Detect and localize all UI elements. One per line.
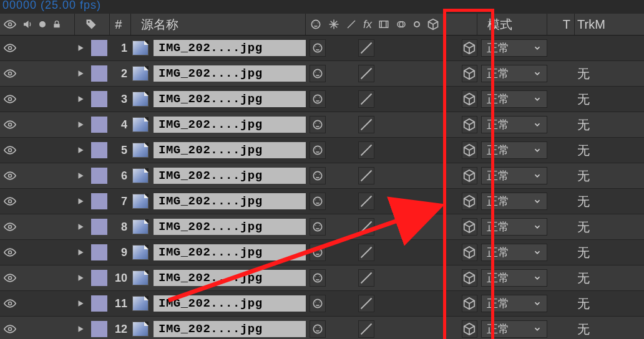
track-matte-value[interactable]: 无 — [577, 142, 590, 159]
threed-toggle[interactable] — [462, 167, 478, 184]
layer-source-name[interactable]: IMG_202....jpg — [154, 270, 306, 286]
quality-toggle[interactable] — [358, 65, 374, 82]
shy-toggle[interactable] — [310, 244, 326, 261]
layer-row[interactable]: 5 IMG_202....jpg 正常 无 — [0, 138, 644, 163]
disclosure-triangle-icon[interactable] — [76, 274, 85, 282]
track-matte-value[interactable]: 无 — [577, 193, 590, 210]
quality-toggle[interactable] — [358, 218, 374, 236]
disclosure-triangle-icon[interactable] — [76, 44, 85, 52]
label-color-swatch[interactable] — [91, 91, 107, 107]
disclosure-triangle-icon[interactable] — [76, 146, 85, 155]
label-color-swatch[interactable] — [91, 117, 107, 133]
quality-toggle[interactable] — [358, 193, 374, 210]
quality-toggle[interactable] — [358, 295, 374, 312]
track-matte-value[interactable]: 无 — [577, 168, 590, 184]
eye-icon[interactable] — [4, 195, 16, 208]
layer-source-name[interactable]: IMG_202....jpg — [154, 65, 306, 82]
shy-toggle[interactable] — [310, 141, 326, 159]
blend-mode-dropdown[interactable]: 正常 — [481, 269, 547, 287]
track-matte-value[interactable]: 无 — [577, 117, 590, 133]
eye-icon[interactable] — [4, 93, 16, 105]
shy-toggle[interactable] — [310, 320, 326, 338]
layer-row[interactable]: 4 IMG_202....jpg 正常 无 — [0, 112, 644, 138]
label-color-swatch[interactable] — [91, 321, 107, 337]
source-name-header[interactable]: 源名称 — [131, 14, 306, 35]
track-matte-value[interactable]: 无 — [577, 270, 590, 287]
shy-toggle[interactable] — [310, 116, 326, 133]
threed-toggle[interactable] — [462, 193, 478, 210]
shy-toggle[interactable] — [310, 218, 326, 236]
track-matte-value[interactable]: 无 — [577, 91, 590, 108]
blend-mode-dropdown[interactable]: 正常 — [481, 218, 547, 236]
threed-toggle[interactable] — [462, 320, 478, 338]
blend-mode-dropdown[interactable]: 正常 — [481, 244, 547, 261]
layer-row[interactable]: 2 IMG_202....jpg 正常 无 — [0, 61, 644, 87]
threed-toggle[interactable] — [462, 116, 478, 133]
threed-toggle[interactable] — [462, 269, 478, 287]
label-color-swatch[interactable] — [91, 65, 107, 82]
disclosure-triangle-icon[interactable] — [76, 222, 85, 231]
blend-mode-dropdown[interactable]: 正常 — [481, 193, 547, 210]
blend-mode-dropdown[interactable]: 正常 — [481, 295, 547, 312]
threed-toggle[interactable] — [462, 39, 478, 57]
disclosure-triangle-icon[interactable] — [76, 299, 85, 308]
disclosure-triangle-icon[interactable] — [76, 69, 85, 78]
blend-mode-dropdown[interactable]: 正常 — [481, 167, 547, 184]
label-color-swatch[interactable] — [91, 219, 107, 235]
shy-toggle[interactable] — [310, 65, 326, 82]
layer-row[interactable]: 8 IMG_202....jpg 正常 无 — [0, 214, 644, 240]
disclosure-triangle-icon[interactable] — [76, 325, 85, 333]
threed-toggle[interactable] — [462, 65, 478, 82]
label-color-swatch[interactable] — [91, 193, 107, 209]
disclosure-triangle-icon[interactable] — [76, 248, 85, 257]
layer-row[interactable]: 6 IMG_202....jpg 正常 无 — [0, 163, 644, 189]
layer-row[interactable]: 12 IMG_202....jpg 正常 无 — [0, 317, 644, 339]
blend-mode-dropdown[interactable]: 正常 — [481, 116, 547, 133]
eye-icon[interactable] — [4, 144, 16, 156]
eye-icon[interactable] — [4, 118, 16, 131]
blend-mode-dropdown[interactable]: 正常 — [481, 141, 547, 159]
track-matte-value[interactable]: 无 — [577, 295, 590, 312]
eye-icon[interactable] — [4, 246, 16, 259]
label-color-swatch[interactable] — [91, 168, 107, 184]
blend-mode-dropdown[interactable]: 正常 — [481, 39, 547, 57]
timecode[interactable]: 00000 (25.00 fps) — [2, 0, 101, 12]
disclosure-triangle-icon[interactable] — [76, 120, 85, 129]
threed-toggle[interactable] — [462, 141, 478, 159]
label-color-swatch[interactable] — [91, 270, 107, 286]
layer-source-name[interactable]: IMG_202....jpg — [154, 117, 306, 133]
layer-source-name[interactable]: IMG_202....jpg — [154, 295, 306, 312]
disclosure-triangle-icon[interactable] — [76, 171, 85, 180]
index-header[interactable]: # — [110, 14, 131, 35]
label-color-swatch[interactable] — [91, 40, 107, 56]
label-color-swatch[interactable] — [91, 142, 107, 158]
eye-icon[interactable] — [4, 221, 16, 233]
quality-toggle[interactable] — [358, 116, 374, 133]
quality-toggle[interactable] — [358, 167, 374, 184]
shy-toggle[interactable] — [310, 295, 326, 312]
layer-row[interactable]: 10 IMG_202....jpg 正常 无 — [0, 265, 644, 291]
quality-toggle[interactable] — [358, 39, 374, 57]
layer-source-name[interactable]: IMG_202....jpg — [154, 142, 306, 158]
threed-toggle[interactable] — [462, 218, 478, 236]
layer-source-name[interactable]: IMG_202....jpg — [154, 219, 306, 235]
eye-icon[interactable] — [4, 323, 16, 335]
layer-row[interactable]: 3 IMG_202....jpg 正常 无 — [0, 87, 644, 112]
quality-toggle[interactable] — [358, 141, 374, 159]
shy-toggle[interactable] — [310, 193, 326, 210]
track-matte-header[interactable]: TrkM — [575, 14, 644, 35]
quality-toggle[interactable] — [358, 320, 374, 338]
blend-mode-dropdown[interactable]: 正常 — [481, 65, 547, 82]
shy-toggle[interactable] — [310, 39, 326, 57]
label-color-swatch[interactable] — [91, 295, 107, 312]
track-matte-value[interactable]: 无 — [577, 244, 590, 261]
blend-mode-dropdown[interactable]: 正常 — [481, 90, 547, 108]
eye-icon[interactable] — [4, 42, 16, 54]
shy-toggle[interactable] — [310, 167, 326, 184]
layer-row[interactable]: 7 IMG_202....jpg 正常 无 — [0, 189, 644, 214]
layer-row[interactable]: 1 IMG_202....jpg 正常 — [0, 36, 644, 61]
layer-source-name[interactable]: IMG_202....jpg — [154, 193, 306, 209]
layer-source-name[interactable]: IMG_202....jpg — [154, 321, 306, 337]
disclosure-triangle-icon[interactable] — [76, 197, 85, 206]
threed-toggle[interactable] — [462, 90, 478, 108]
